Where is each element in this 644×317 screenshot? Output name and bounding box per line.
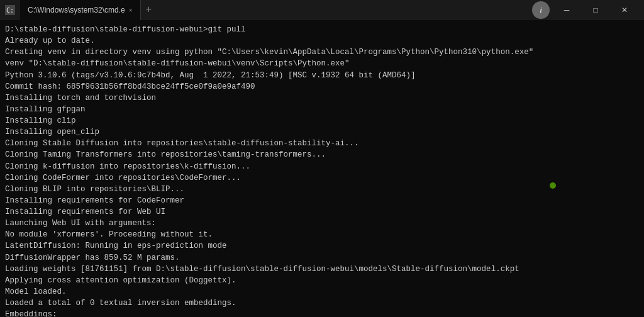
terminal-line: Installing open_clip [5, 126, 639, 138]
terminal-line: Installing torch and torchvision [5, 92, 639, 104]
cmd-icon: C: [5, 5, 15, 15]
terminal-line: Installing requirements for Web UI [5, 206, 639, 218]
tab-close-btn[interactable]: × [129, 7, 133, 14]
terminal-line: Cloning BLIP into repositories\BLIP... [5, 184, 639, 195]
window-controls: i ─ □ ✕ [532, 0, 639, 20]
terminal-line: Installing requirements for CodeFormer [5, 195, 639, 206]
terminal-line: Applying cross attention optimization (D… [5, 275, 639, 286]
cursor [550, 182, 556, 189]
terminal-line: Embeddings: [5, 309, 639, 317]
terminal-line: Loading weights [81761151] from D:\stabl… [5, 264, 639, 275]
window: C: C:\Windows\system32\cmd.e × + i ─ □ ✕… [0, 0, 644, 317]
title-bar-tabs: C:\Windows\system32\cmd.e × + [20, 0, 157, 20]
terminal-line: LatentDiffusion: Running in eps-predicti… [5, 240, 639, 252]
terminal-line: Installing clip [5, 115, 639, 126]
title-bar: C: C:\Windows\system32\cmd.e × + i ─ □ ✕ [0, 0, 644, 20]
terminal-line: Loaded a total of 0 textual inversion em… [5, 298, 639, 309]
terminal-line: Already up to date. [5, 35, 639, 47]
terminal-line: Model loaded. [5, 286, 639, 298]
terminal-content: D:\stable-diffusion\stable-diffusion-web… [0, 20, 644, 317]
maximize-button[interactable]: □ [581, 0, 610, 20]
minimize-button[interactable]: ─ [552, 0, 581, 20]
terminal-line: Installing gfpgan [5, 104, 639, 115]
terminal-line: Commit hash: 685f9631b56ff8bd43bce24ff5c… [5, 81, 639, 92]
active-tab[interactable]: C:\Windows\system32\cmd.e × [20, 0, 141, 20]
terminal-lines: D:\stable-diffusion\stable-diffusion-web… [5, 24, 639, 317]
terminal-line: D:\stable-diffusion\stable-diffusion-web… [5, 24, 639, 35]
terminal-line: Launching Web UI with arguments: [5, 218, 639, 229]
close-button[interactable]: ✕ [610, 0, 639, 20]
terminal-line: Cloning Taming Transformers into reposit… [5, 149, 639, 160]
terminal-line: No module 'xformers'. Proceeding without… [5, 229, 639, 240]
tab-label: C:\Windows\system32\cmd.e [28, 6, 125, 14]
terminal-line: Cloning Stable Diffusion into repositori… [5, 138, 639, 149]
terminal-line: Creating venv in directory venv using py… [5, 47, 639, 58]
info-button[interactable]: i [532, 1, 550, 19]
terminal-line: DiffusionWrapper has 859.52 M params. [5, 252, 639, 264]
terminal-line: Cloning k-diffusion into repositories\k-… [5, 161, 639, 172]
terminal-line: Cloning CodeFormer into repositories\Cod… [5, 172, 639, 184]
new-tab-btn[interactable]: + [141, 4, 157, 16]
terminal-line: Python 3.10.6 (tags/v3.10.6:9c7b4bd, Aug… [5, 70, 639, 81]
svg-text:C:: C: [6, 7, 14, 14]
terminal-line: venv "D:\stable-diffusion\stable-diffusi… [5, 58, 639, 69]
